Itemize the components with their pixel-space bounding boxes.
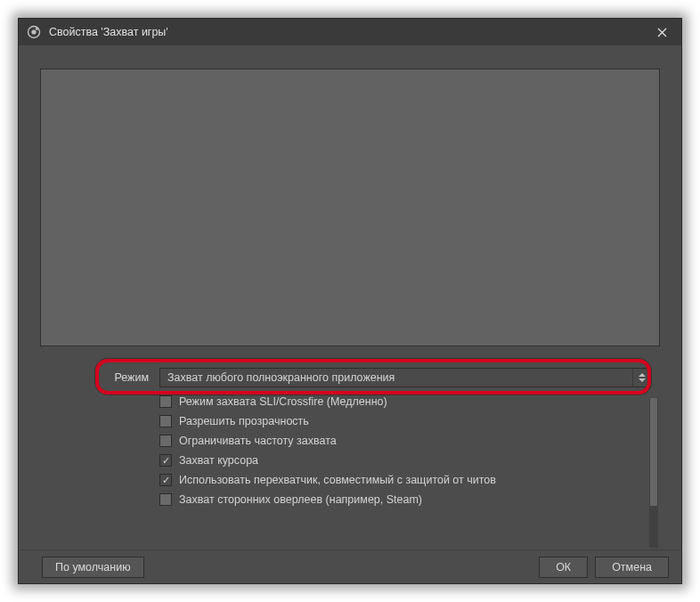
- checkbox-row-2[interactable]: Ограничивать частоту захвата: [159, 431, 651, 451]
- mode-dropdown-value: Захват любого полноэкранного приложения: [167, 371, 395, 384]
- titlebar: Свойства 'Захват игры': [19, 19, 681, 45]
- checkbox-icon[interactable]: [159, 395, 172, 408]
- defaults-button[interactable]: По умолчанию: [42, 557, 144, 578]
- properties-dialog: Свойства 'Захват игры' Режим Захват любо…: [18, 18, 682, 584]
- cancel-button[interactable]: Отмена: [595, 557, 669, 578]
- checkbox-row-5[interactable]: Захват сторонних оверлеев (например, Ste…: [159, 490, 651, 509]
- up-down-icon: [632, 369, 650, 386]
- checkbox-label: Разрешить прозрачность: [179, 415, 309, 427]
- checkbox-row-0[interactable]: Режим захвата SLI/Crossfire (Медленно): [159, 392, 651, 411]
- svg-point-1: [31, 29, 36, 34]
- checkbox-label: Режим захвата SLI/Crossfire (Медленно): [179, 395, 387, 408]
- mode-label: Режим: [49, 371, 159, 384]
- scrollbar[interactable]: [649, 398, 658, 548]
- checkbox-icon[interactable]: [159, 454, 172, 467]
- mode-dropdown[interactable]: Захват любого полноэкранного приложения: [159, 368, 651, 387]
- form-area: Режим Захват любого полноэкранного прило…: [40, 359, 660, 549]
- preview-area: [40, 69, 660, 346]
- checkbox-list: Режим захвата SLI/Crossfire (Медленно)Ра…: [159, 392, 651, 509]
- checkbox-row-3[interactable]: Захват курсора: [159, 451, 651, 470]
- checkbox-icon[interactable]: [159, 435, 172, 447]
- checkbox-row-4[interactable]: Использовать перехватчик, совместимый с …: [159, 470, 651, 490]
- checkbox-label: Захват курсора: [179, 454, 258, 467]
- scrollbar-thumb[interactable]: [650, 398, 657, 506]
- checkbox-label: Ограничивать частоту захвата: [179, 435, 337, 447]
- app-icon: [26, 24, 42, 40]
- svg-point-2: [36, 28, 38, 30]
- checkbox-label: Захват сторонних оверлеев (например, Ste…: [179, 493, 422, 506]
- checkbox-icon[interactable]: [159, 493, 172, 506]
- checkbox-icon[interactable]: [159, 415, 172, 427]
- mode-row: Режим Захват любого полноэкранного прило…: [49, 368, 651, 387]
- checkbox-icon[interactable]: [159, 474, 172, 486]
- footer: По умолчанию ОК Отмена: [19, 549, 681, 583]
- ok-button[interactable]: ОК: [539, 557, 588, 578]
- window-title: Свойства 'Захват игры': [49, 26, 168, 38]
- content-area: Режим Захват любого полноэкранного прило…: [19, 45, 681, 549]
- close-button[interactable]: [642, 19, 681, 45]
- checkbox-row-1[interactable]: Разрешить прозрачность: [159, 411, 651, 431]
- checkbox-label: Использовать перехватчик, совместимый с …: [179, 474, 496, 486]
